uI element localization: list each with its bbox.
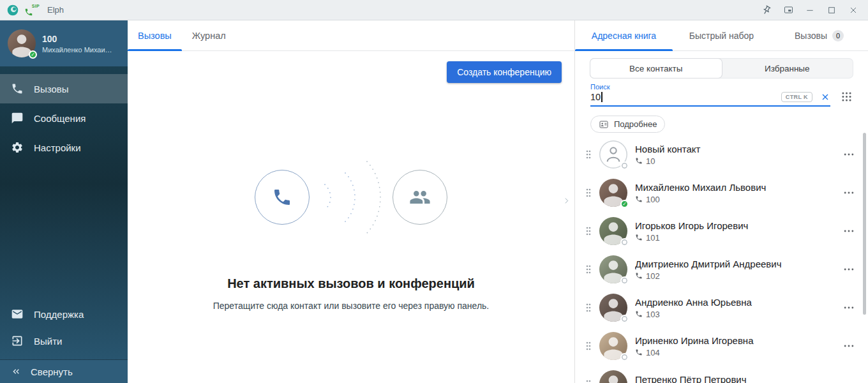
contact-number-text: 104 [646, 348, 660, 357]
titlebar: SIP Elph [0, 0, 868, 20]
picture-in-picture-icon[interactable] [780, 2, 797, 19]
contact-info: Ириненко Ирина Игоревна 104 [635, 335, 835, 357]
contact-row[interactable]: Новый контакт 10 [575, 135, 868, 174]
panel-collapse-toggle[interactable] [560, 193, 573, 210]
sidebar-profile[interactable]: 100 Михайленко Михаи… [0, 20, 128, 66]
sip-phone-icon: SIP [24, 3, 40, 18]
double-chevron-left-icon [11, 366, 21, 377]
contact-row[interactable]: Игорьков Игорь Игоревич 101 [575, 212, 868, 250]
tab-speed-dial[interactable]: Быстрый набор [673, 20, 770, 50]
contact-avatar [599, 140, 627, 169]
profile-name: Михайленко Михаи… [42, 46, 112, 54]
drag-handle-icon[interactable] [585, 188, 592, 198]
minimize-button[interactable] [802, 2, 818, 19]
sidebar: 100 Михайленко Михаи… Вызовы Сообщения Н… [0, 20, 128, 383]
right-panel: Адресная книга Быстрый набор Вызовы 0 Вс… [574, 20, 868, 383]
sidebar-item-logout[interactable]: Выйти [0, 327, 128, 354]
details-button[interactable]: Подробнее [590, 116, 665, 133]
contact-row[interactable]: Михайленко Михаил Львович 100 [575, 174, 868, 212]
dialpad-icon[interactable] [841, 91, 853, 103]
contact-name: Игорьков Игорь Игоревич [635, 220, 835, 231]
drag-handle-icon[interactable] [585, 379, 592, 383]
search-row: Поиск 10 CTRL K [590, 83, 853, 107]
contact-row[interactable]: Петренко Пётр Петрович [575, 365, 868, 383]
status-badge [620, 200, 629, 208]
contact-more-button[interactable] [842, 378, 855, 383]
text-caret [601, 92, 602, 102]
status-badge [620, 276, 629, 285]
contact-number: 10 [635, 156, 835, 166]
empty-state-title: Нет активных вызовов и конференций [227, 276, 475, 291]
shortcut-hint: CTRL K [781, 92, 812, 102]
sidebar-item-label: Сообщения [34, 113, 86, 124]
sidebar-bottom-menu: Поддержка Выйти [0, 301, 128, 359]
profile-extension: 100 [42, 34, 112, 44]
clear-search-icon[interactable] [820, 92, 830, 102]
subtab-all-contacts[interactable]: Все контакты [590, 59, 722, 78]
contact-more-button[interactable] [842, 186, 855, 199]
sidebar-item-settings[interactable]: Настройки [0, 133, 128, 162]
gear-icon [11, 141, 24, 154]
sidebar-item-messages[interactable]: Сообщения [0, 103, 128, 133]
main-area: Вызовы Журнал Создать конференцию Нет [128, 20, 574, 383]
contact-more-button[interactable] [842, 148, 855, 161]
maximize-button[interactable] [823, 2, 840, 19]
profile-info: 100 Михайленко Михаи… [42, 34, 112, 54]
tab-label: Быстрый набор [689, 31, 754, 41]
tab-calls[interactable]: Вызовы [128, 20, 182, 50]
sidebar-item-calls[interactable]: Вызовы [0, 74, 128, 103]
main-tabbar: Вызовы Журнал [128, 20, 574, 51]
contact-info: Петренко Пётр Петрович [635, 374, 835, 383]
sidebar-menu: Вызовы Сообщения Настройки [0, 74, 128, 162]
contact-row[interactable]: Андриенко Анна Юрьевна 103 [575, 289, 868, 327]
drag-handle-icon[interactable] [585, 303, 592, 313]
contact-number: 100 [635, 195, 835, 204]
contact-more-button[interactable] [842, 340, 855, 352]
app-logo-icon [6, 4, 19, 17]
details-row: Подробнее [590, 116, 853, 133]
contact-row[interactable]: Ириненко Ирина Игоревна 104 [575, 327, 868, 365]
sidebar-collapse-button[interactable]: Свернуть [0, 359, 128, 383]
tab-label: Вызовы [138, 31, 172, 41]
search-label: Поиск [590, 83, 830, 91]
status-badge [620, 353, 629, 361]
conference-circle-icon [393, 170, 447, 225]
contact-avatar [599, 294, 627, 322]
tab-address-book[interactable]: Адресная книга [575, 20, 673, 50]
drag-handle-icon[interactable] [585, 149, 592, 160]
close-button[interactable] [845, 2, 862, 19]
subtab-favorites[interactable]: Избранные [722, 59, 853, 78]
conference-row: Создать конференцию [128, 51, 574, 83]
contact-more-button[interactable] [842, 263, 855, 276]
drag-handle-icon[interactable] [585, 264, 592, 274]
contact-number: 104 [635, 348, 835, 357]
contact-more-button[interactable] [842, 301, 855, 314]
profile-avatar [8, 29, 36, 57]
calls-count-badge: 0 [832, 30, 844, 41]
contact-number-text: 103 [646, 310, 660, 319]
collapse-label: Свернуть [31, 366, 73, 377]
contact-name: Петренко Пётр Петрович [635, 374, 835, 383]
tab-journal[interactable]: Журнал [182, 20, 236, 50]
drag-handle-icon[interactable] [585, 341, 592, 351]
pin-icon[interactable] [758, 2, 775, 19]
contact-name: Андриенко Анна Юрьевна [635, 297, 835, 308]
contact-info: Дмитриенко Дмитрий Андреевич 102 [635, 259, 835, 281]
contact-row[interactable]: Дмитриенко Дмитрий Андреевич 102 [575, 250, 868, 289]
create-conference-button[interactable]: Создать конференцию [447, 61, 562, 83]
contact-number-text: 102 [646, 271, 660, 281]
contact-more-button[interactable] [842, 225, 855, 237]
search-input[interactable]: Поиск 10 CTRL K [590, 83, 830, 107]
window-controls [758, 2, 862, 19]
contact-card-icon [599, 119, 609, 130]
contact-name: Дмитриенко Дмитрий Андреевич [635, 259, 835, 269]
sidebar-item-support[interactable]: Поддержка [0, 301, 128, 327]
tab-calls-panel[interactable]: Вызовы 0 [770, 20, 868, 50]
contact-number-text: 10 [646, 156, 655, 166]
drag-handle-icon[interactable] [585, 226, 592, 236]
contact-avatar [599, 255, 627, 283]
contact-number-text: 100 [646, 195, 660, 204]
phone-icon [635, 195, 643, 203]
scrollbar-thumb[interactable] [863, 133, 866, 315]
contact-info: Игорьков Игорь Игоревич 101 [635, 220, 835, 243]
